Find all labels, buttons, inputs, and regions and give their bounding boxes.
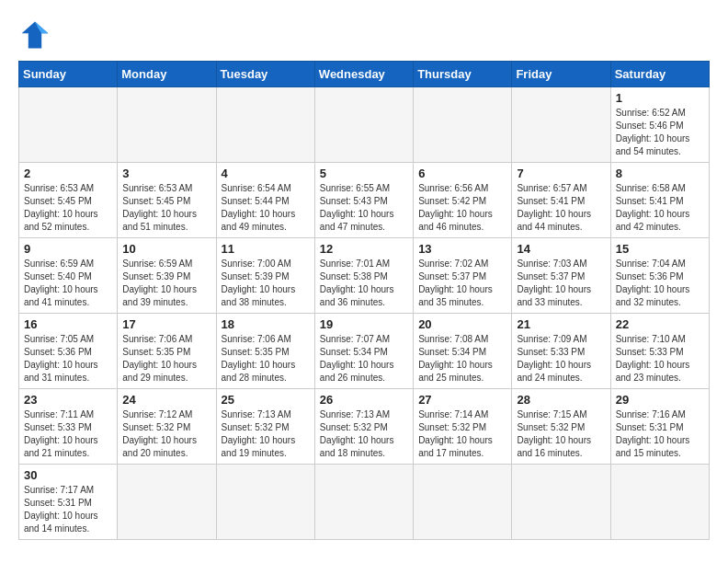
day-number: 24 bbox=[122, 393, 210, 407]
day-info: Sunrise: 7:16 AM Sunset: 5:31 PM Dayligh… bbox=[616, 408, 704, 460]
day-number: 18 bbox=[222, 317, 310, 331]
header-friday: Friday bbox=[512, 62, 610, 87]
day-info: Sunrise: 6:56 AM Sunset: 5:42 PM Dayligh… bbox=[418, 182, 506, 234]
day-number: 20 bbox=[418, 317, 506, 331]
day-number: 15 bbox=[616, 242, 704, 256]
day-number: 4 bbox=[222, 167, 310, 180]
calendar-cell bbox=[216, 465, 314, 540]
calendar-cell: 16Sunrise: 7:05 AM Sunset: 5:36 PM Dayli… bbox=[19, 314, 118, 389]
calendar-cell: 20Sunrise: 7:08 AM Sunset: 5:34 PM Dayli… bbox=[414, 314, 512, 389]
svg-marker-0 bbox=[22, 22, 49, 49]
logo bbox=[18, 18, 57, 52]
day-number: 12 bbox=[320, 242, 408, 256]
calendar-cell: 9Sunrise: 6:59 AM Sunset: 5:40 PM Daylig… bbox=[19, 238, 118, 314]
day-info: Sunrise: 6:53 AM Sunset: 5:45 PM Dayligh… bbox=[24, 182, 112, 234]
day-info: Sunrise: 7:17 AM Sunset: 5:31 PM Dayligh… bbox=[24, 484, 112, 535]
day-info: Sunrise: 6:57 AM Sunset: 5:41 PM Dayligh… bbox=[517, 182, 605, 234]
day-info: Sunrise: 7:12 AM Sunset: 5:32 PM Dayligh… bbox=[122, 408, 210, 460]
calendar-cell: 26Sunrise: 7:13 AM Sunset: 5:32 PM Dayli… bbox=[314, 389, 413, 465]
logo-icon bbox=[18, 18, 51, 52]
calendar-cell: 30Sunrise: 7:17 AM Sunset: 5:31 PM Dayli… bbox=[19, 465, 118, 540]
calendar-cell: 18Sunrise: 7:06 AM Sunset: 5:35 PM Dayli… bbox=[216, 314, 314, 389]
calendar-cell: 1Sunrise: 6:52 AM Sunset: 5:46 PM Daylig… bbox=[610, 87, 709, 163]
day-number: 16 bbox=[24, 317, 112, 331]
calendar-cell: 13Sunrise: 7:02 AM Sunset: 5:37 PM Dayli… bbox=[414, 238, 512, 314]
day-info: Sunrise: 7:01 AM Sunset: 5:38 PM Dayligh… bbox=[320, 258, 408, 309]
calendar-cell: 7Sunrise: 6:57 AM Sunset: 5:41 PM Daylig… bbox=[512, 163, 610, 238]
calendar-cell: 4Sunrise: 6:54 AM Sunset: 5:44 PM Daylig… bbox=[216, 163, 314, 238]
day-number: 27 bbox=[418, 393, 506, 407]
calendar-week-3: 16Sunrise: 7:05 AM Sunset: 5:36 PM Dayli… bbox=[19, 314, 710, 389]
day-info: Sunrise: 6:53 AM Sunset: 5:45 PM Dayligh… bbox=[122, 182, 210, 234]
day-number: 3 bbox=[122, 167, 210, 180]
day-info: Sunrise: 7:02 AM Sunset: 5:37 PM Dayligh… bbox=[418, 258, 506, 309]
day-number: 21 bbox=[517, 317, 605, 331]
day-number: 25 bbox=[222, 393, 310, 407]
day-info: Sunrise: 7:13 AM Sunset: 5:32 PM Dayligh… bbox=[222, 408, 310, 460]
day-number: 9 bbox=[24, 242, 112, 256]
day-number: 28 bbox=[517, 393, 605, 407]
calendar-cell: 3Sunrise: 6:53 AM Sunset: 5:45 PM Daylig… bbox=[118, 163, 216, 238]
day-number: 13 bbox=[418, 242, 506, 256]
calendar-week-5: 30Sunrise: 7:17 AM Sunset: 5:31 PM Dayli… bbox=[19, 465, 710, 540]
day-info: Sunrise: 7:10 AM Sunset: 5:33 PM Dayligh… bbox=[616, 333, 704, 385]
calendar-week-0: 1Sunrise: 6:52 AM Sunset: 5:46 PM Daylig… bbox=[19, 87, 710, 163]
day-info: Sunrise: 7:13 AM Sunset: 5:32 PM Dayligh… bbox=[320, 408, 408, 460]
day-number: 29 bbox=[616, 393, 704, 407]
calendar-header-row: SundayMondayTuesdayWednesdayThursdayFrid… bbox=[19, 62, 710, 87]
calendar-cell: 24Sunrise: 7:12 AM Sunset: 5:32 PM Dayli… bbox=[118, 389, 216, 465]
calendar: SundayMondayTuesdayWednesdayThursdayFrid… bbox=[18, 61, 710, 540]
day-number: 11 bbox=[222, 242, 310, 256]
calendar-cell bbox=[414, 465, 512, 540]
day-info: Sunrise: 7:06 AM Sunset: 5:35 PM Dayligh… bbox=[122, 333, 210, 385]
calendar-week-2: 9Sunrise: 6:59 AM Sunset: 5:40 PM Daylig… bbox=[19, 238, 710, 314]
day-number: 17 bbox=[122, 317, 210, 331]
day-info: Sunrise: 7:04 AM Sunset: 5:36 PM Dayligh… bbox=[616, 258, 704, 309]
calendar-cell: 15Sunrise: 7:04 AM Sunset: 5:36 PM Dayli… bbox=[610, 238, 709, 314]
day-info: Sunrise: 6:55 AM Sunset: 5:43 PM Dayligh… bbox=[320, 182, 408, 234]
day-number: 6 bbox=[418, 167, 506, 180]
day-info: Sunrise: 7:06 AM Sunset: 5:35 PM Dayligh… bbox=[222, 333, 310, 385]
calendar-cell: 2Sunrise: 6:53 AM Sunset: 5:45 PM Daylig… bbox=[19, 163, 118, 238]
calendar-cell: 17Sunrise: 7:06 AM Sunset: 5:35 PM Dayli… bbox=[118, 314, 216, 389]
calendar-cell bbox=[314, 87, 413, 163]
calendar-cell: 12Sunrise: 7:01 AM Sunset: 5:38 PM Dayli… bbox=[314, 238, 413, 314]
calendar-cell bbox=[118, 465, 216, 540]
day-info: Sunrise: 7:03 AM Sunset: 5:37 PM Dayligh… bbox=[517, 258, 605, 309]
day-number: 26 bbox=[320, 393, 408, 407]
day-info: Sunrise: 6:59 AM Sunset: 5:40 PM Dayligh… bbox=[24, 258, 112, 309]
header-sunday: Sunday bbox=[19, 62, 118, 87]
day-number: 7 bbox=[517, 167, 605, 180]
calendar-cell bbox=[314, 465, 413, 540]
day-info: Sunrise: 7:15 AM Sunset: 5:32 PM Dayligh… bbox=[517, 408, 605, 460]
day-info: Sunrise: 7:08 AM Sunset: 5:34 PM Dayligh… bbox=[418, 333, 506, 385]
calendar-cell bbox=[512, 87, 610, 163]
day-number: 14 bbox=[517, 242, 605, 256]
calendar-cell bbox=[118, 87, 216, 163]
calendar-cell: 5Sunrise: 6:55 AM Sunset: 5:43 PM Daylig… bbox=[314, 163, 413, 238]
day-info: Sunrise: 7:14 AM Sunset: 5:32 PM Dayligh… bbox=[418, 408, 506, 460]
calendar-cell: 25Sunrise: 7:13 AM Sunset: 5:32 PM Dayli… bbox=[216, 389, 314, 465]
day-info: Sunrise: 6:59 AM Sunset: 5:39 PM Dayligh… bbox=[122, 258, 210, 309]
day-info: Sunrise: 6:54 AM Sunset: 5:44 PM Dayligh… bbox=[222, 182, 310, 234]
day-number: 2 bbox=[24, 167, 112, 180]
calendar-cell bbox=[610, 465, 709, 540]
day-number: 30 bbox=[24, 468, 112, 482]
day-number: 23 bbox=[24, 393, 112, 407]
page-header bbox=[18, 18, 710, 52]
day-info: Sunrise: 7:05 AM Sunset: 5:36 PM Dayligh… bbox=[24, 333, 112, 385]
calendar-cell bbox=[216, 87, 314, 163]
calendar-cell: 23Sunrise: 7:11 AM Sunset: 5:33 PM Dayli… bbox=[19, 389, 118, 465]
calendar-cell bbox=[414, 87, 512, 163]
day-info: Sunrise: 7:09 AM Sunset: 5:33 PM Dayligh… bbox=[517, 333, 605, 385]
header-monday: Monday bbox=[118, 62, 216, 87]
calendar-cell: 29Sunrise: 7:16 AM Sunset: 5:31 PM Dayli… bbox=[610, 389, 709, 465]
header-saturday: Saturday bbox=[610, 62, 709, 87]
calendar-cell: 19Sunrise: 7:07 AM Sunset: 5:34 PM Dayli… bbox=[314, 314, 413, 389]
header-wednesday: Wednesday bbox=[314, 62, 413, 87]
header-tuesday: Tuesday bbox=[216, 62, 314, 87]
day-number: 5 bbox=[320, 167, 408, 180]
calendar-cell: 14Sunrise: 7:03 AM Sunset: 5:37 PM Dayli… bbox=[512, 238, 610, 314]
calendar-week-1: 2Sunrise: 6:53 AM Sunset: 5:45 PM Daylig… bbox=[19, 163, 710, 238]
day-number: 10 bbox=[122, 242, 210, 256]
